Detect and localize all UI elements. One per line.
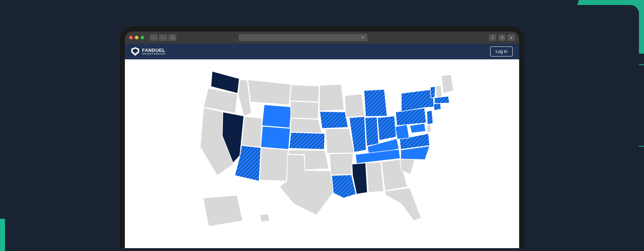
state-vt[interactable] (430, 87, 435, 98)
state-mn[interactable] (319, 84, 344, 111)
site-header: FANDUEL SPORTSBOOK Log in (125, 44, 519, 59)
minimize-icon[interactable] (135, 36, 138, 39)
state-co[interactable] (261, 126, 290, 149)
map-svg (186, 62, 458, 232)
state-al[interactable] (366, 162, 384, 192)
state-mt[interactable] (248, 80, 291, 105)
state-hi[interactable] (260, 214, 270, 222)
state-nj[interactable] (427, 110, 433, 125)
state-fl[interactable] (385, 188, 421, 221)
state-nm[interactable] (260, 148, 288, 181)
state-ne[interactable] (291, 118, 322, 133)
state-me[interactable] (441, 75, 453, 93)
state-nh[interactable] (436, 85, 442, 97)
tabs-icon[interactable]: ⧉ (498, 34, 506, 41)
state-ak[interactable] (203, 195, 243, 226)
state-ks[interactable] (289, 132, 325, 149)
back-button[interactable]: ‹ (150, 34, 158, 41)
state-ct[interactable] (434, 103, 441, 110)
shield-icon (131, 47, 139, 56)
forward-button[interactable]: › (159, 34, 167, 41)
info-icon[interactable]: ● (508, 34, 515, 41)
state-ny[interactable] (401, 89, 434, 112)
state-ia[interactable] (320, 112, 348, 129)
logo-main-text: FANDUEL (142, 48, 166, 53)
window-controls (129, 36, 144, 39)
state-in[interactable] (365, 117, 379, 146)
reload-icon[interactable]: ⟳ (361, 35, 365, 40)
state-ar[interactable] (330, 153, 353, 175)
logo-sub-text: SPORTSBOOK (142, 53, 166, 55)
state-wv[interactable] (395, 124, 409, 139)
sidebar-button[interactable]: ☰ (169, 34, 176, 41)
state-wy[interactable] (262, 105, 291, 128)
state-md[interactable] (410, 123, 425, 133)
page-content (125, 59, 519, 248)
state-ut[interactable] (241, 117, 262, 147)
state-mi[interactable] (364, 89, 387, 117)
state-oh[interactable] (377, 116, 396, 140)
close-icon[interactable] (129, 36, 133, 39)
hero-card: ‹ › ☰ ⟳ ⇧ ⧉ ● FANDUEL SPORTSBOOK Log in (5, 5, 639, 251)
state-de[interactable] (427, 124, 431, 132)
brand-logo[interactable]: FANDUEL SPORTSBOOK (131, 47, 166, 56)
url-bar[interactable]: ⟳ (239, 34, 367, 41)
laptop-frame: ‹ › ☰ ⟳ ⇧ ⧉ ● FANDUEL SPORTSBOOK Log in (120, 26, 524, 248)
maximize-icon[interactable] (141, 36, 144, 39)
state-la[interactable] (332, 175, 356, 198)
share-icon[interactable]: ⇧ (489, 34, 496, 41)
browser-chrome: ‹ › ☰ ⟳ ⇧ ⧉ ● (125, 31, 519, 44)
state-wi[interactable] (345, 94, 364, 117)
login-button[interactable]: Log in (490, 46, 513, 56)
state-mo[interactable] (326, 128, 355, 153)
state-sd[interactable] (290, 101, 318, 119)
state-nd[interactable] (290, 85, 319, 102)
us-map (186, 62, 458, 248)
state-pa[interactable] (396, 108, 426, 126)
nav-buttons: ‹ › ☰ (150, 34, 176, 41)
